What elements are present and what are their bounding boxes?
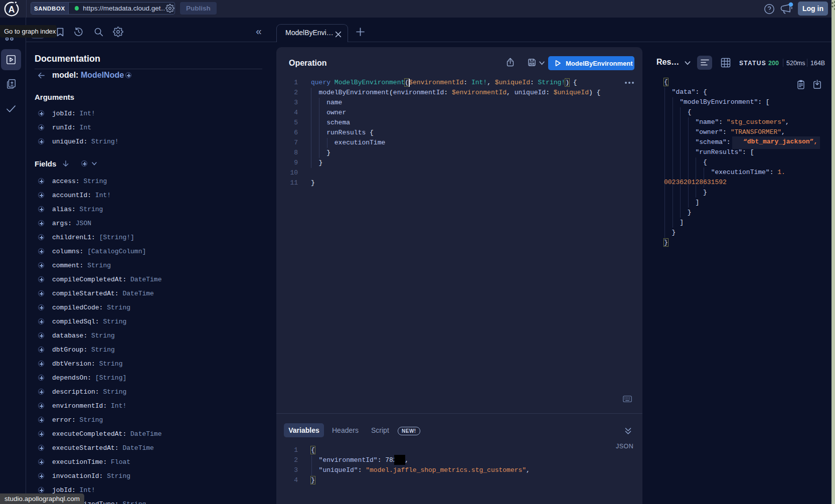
svg-text:A: A — [9, 5, 15, 15]
